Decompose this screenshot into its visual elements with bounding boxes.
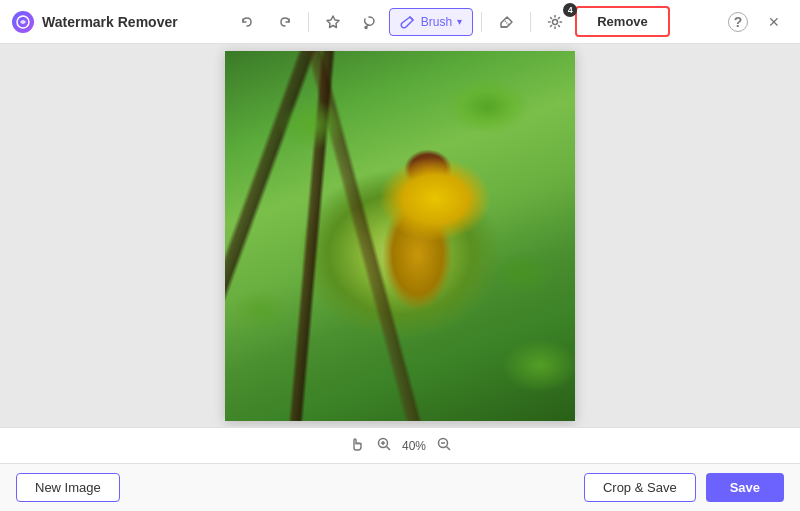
svg-line-4 — [505, 21, 509, 25]
title-bar-left: Watermark Remover — [12, 11, 178, 33]
bottom-right-actions: Crop & Save Save — [584, 473, 784, 502]
save-button[interactable]: Save — [706, 473, 784, 502]
zoom-in-icon[interactable] — [376, 436, 392, 455]
brush-chevron: ▾ — [457, 16, 462, 27]
svg-point-2 — [365, 26, 367, 28]
remove-button[interactable]: Remove — [575, 6, 670, 37]
close-button[interactable]: ✕ — [760, 8, 788, 36]
hand-tool-icon[interactable] — [348, 435, 366, 456]
help-button[interactable]: ? — [724, 8, 752, 36]
toolbar: Brush ▾ 4 Remove — [232, 6, 670, 37]
image-container — [225, 51, 575, 421]
eraser-tool-button[interactable] — [490, 9, 522, 35]
brush-label: Brush — [421, 15, 452, 29]
svg-line-9 — [386, 447, 390, 451]
app-logo — [12, 11, 34, 33]
svg-marker-1 — [327, 16, 339, 28]
new-image-button[interactable]: New Image — [16, 473, 120, 502]
canvas-area — [0, 44, 800, 427]
lasso-tool-button[interactable] — [353, 9, 385, 35]
polygon-tool-button[interactable] — [317, 9, 349, 35]
title-bar: Watermark Remover — [0, 0, 800, 44]
zoom-out-icon[interactable] — [436, 436, 452, 455]
zoom-bar: 40% — [0, 427, 800, 463]
divider-3 — [530, 12, 531, 32]
svg-point-5 — [553, 19, 558, 24]
close-icon: ✕ — [768, 14, 780, 30]
svg-line-12 — [447, 447, 451, 451]
undo-button[interactable] — [232, 9, 264, 35]
crop-save-button[interactable]: Crop & Save — [584, 473, 696, 502]
redo-button[interactable] — [268, 9, 300, 35]
main-image[interactable] — [225, 51, 575, 421]
bottom-bar: New Image Crop & Save Save — [0, 463, 800, 511]
divider-2 — [481, 12, 482, 32]
notification-area: 4 — [539, 9, 571, 35]
divider-1 — [308, 12, 309, 32]
app-title: Watermark Remover — [42, 14, 178, 30]
notification-badge-count: 4 — [563, 3, 577, 17]
title-bar-right: ? ✕ — [724, 8, 788, 36]
help-icon: ? — [728, 12, 748, 32]
brush-tool-button[interactable]: Brush ▾ — [389, 8, 473, 36]
zoom-level: 40% — [402, 439, 426, 453]
